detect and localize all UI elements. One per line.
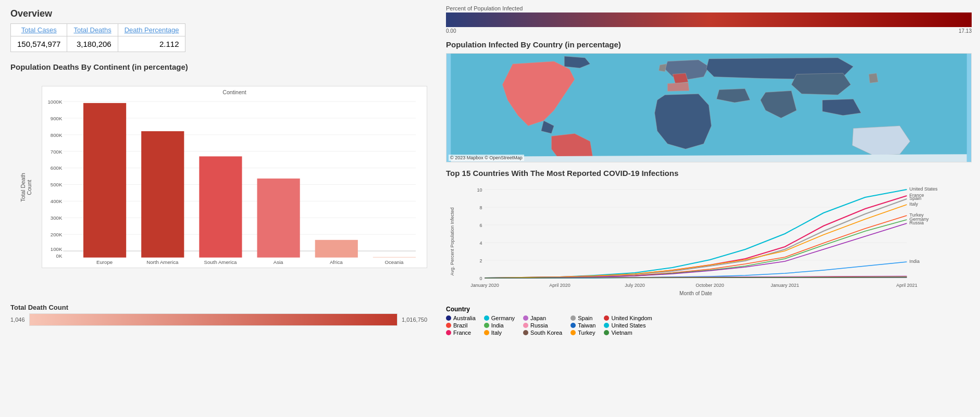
svg-text:300K: 300K — [51, 215, 63, 221]
death-count-label: Total Death Count — [10, 304, 427, 311]
svg-text:8: 8 — [479, 205, 482, 210]
legend-item: India — [484, 322, 515, 328]
percent-bar-label: Percent of Population Infected — [446, 5, 972, 11]
legend-item: Australia — [446, 315, 476, 321]
svg-text:October 2020: October 2020 — [696, 283, 724, 288]
death-count-bar-fill — [30, 314, 398, 325]
percent-bar-labels: 0.00 17.13 — [446, 28, 972, 34]
percent-max: 17.13 — [959, 28, 972, 34]
svg-text:0: 0 — [479, 276, 482, 281]
svg-text:United States: United States — [910, 186, 938, 192]
svg-text:Africa: Africa — [330, 259, 343, 265]
percent-bar-section: Percent of Population Infected 0.00 17.1… — [446, 5, 972, 34]
chart-area: Continent 1000K 900K 800K 700K — [42, 86, 427, 268]
death-count-bar-container: 1,046 1,016,750 — [10, 313, 427, 326]
svg-text:2: 2 — [479, 258, 482, 263]
legend-item: Brazil — [446, 322, 476, 328]
col-total-deaths[interactable]: Total Deaths — [67, 24, 118, 36]
map-section-title: Population Infected By Country (in perce… — [446, 40, 972, 49]
svg-text:400K: 400K — [51, 198, 63, 204]
world-map-svg — [446, 54, 971, 162]
right-panel: Percent of Population Infected 0.00 17.1… — [438, 0, 980, 417]
legend-group: Country AustraliaGermanyJapanSpainUnited… — [446, 306, 652, 336]
svg-text:Avg. Percent Population Infect: Avg. Percent Population Infected — [450, 208, 455, 276]
bar-oceania — [373, 257, 416, 258]
map-section: © 2023 Mapbox © OpenStreetMap — [446, 53, 972, 162]
svg-text:900K: 900K — [51, 116, 63, 121]
bar-north-america — [141, 131, 184, 258]
svg-text:200K: 200K — [51, 232, 63, 237]
svg-text:Spain: Spain — [910, 196, 922, 201]
bar-asia — [257, 179, 300, 258]
y-axis-label: Total Death Count — [20, 172, 32, 203]
val-total-deaths: 3,180,206 — [67, 36, 118, 52]
legend-item: Russia — [523, 322, 562, 328]
svg-text:Oceania: Oceania — [384, 259, 404, 265]
svg-text:800K: 800K — [51, 132, 63, 138]
svg-text:Russia: Russia — [910, 220, 924, 225]
death-count-max: 1,016,750 — [402, 317, 427, 323]
bar-south-america — [199, 156, 242, 257]
line-chart-title: Top 15 Countries With The Most Reported … — [446, 169, 972, 178]
svg-text:4: 4 — [479, 241, 482, 246]
overview-title: Overview — [10, 8, 427, 19]
svg-text:January 2020: January 2020 — [470, 283, 499, 288]
svg-text:North America: North America — [146, 259, 179, 265]
legend-item: United States — [604, 322, 652, 328]
svg-text:0K: 0K — [56, 253, 63, 259]
percent-bar-fill — [446, 12, 972, 27]
line-chart-container: Avg. Percent Population Infected 10 8 6 … — [446, 182, 972, 301]
legend-title: Country — [446, 306, 652, 313]
legend-item: South Korea — [523, 330, 562, 336]
bar-chart-title: Population Deaths By Continent (in perce… — [10, 62, 427, 71]
chart-x-title: Continent — [222, 89, 246, 95]
val-total-cases: 150,574,977 — [11, 36, 67, 52]
legend-item: Italy — [484, 330, 515, 336]
svg-text:July 2020: July 2020 — [625, 283, 645, 288]
col-total-cases[interactable]: Total Cases — [11, 24, 67, 36]
svg-text:100K: 100K — [51, 246, 63, 252]
col-death-percentage[interactable]: Death Percentage — [118, 24, 185, 36]
map-credit: © 2023 Mapbox © OpenStreetMap — [449, 155, 524, 161]
death-count-section: Total Death Count 1,046 1,016,750 — [10, 304, 427, 326]
svg-text:Asia: Asia — [274, 259, 283, 265]
svg-text:South America: South America — [204, 259, 237, 265]
svg-text:India: India — [910, 259, 920, 264]
legend-item: Japan — [523, 315, 562, 321]
percent-bar-wrapper — [446, 12, 972, 27]
val-death-percentage: 2.112 — [118, 36, 185, 52]
svg-text:April 2020: April 2020 — [549, 283, 570, 288]
svg-text:600K: 600K — [51, 165, 63, 171]
bar-chart-svg: Continent 1000K 900K 800K 700K — [42, 86, 427, 268]
legend-items: AustraliaGermanyJapanSpainUnited Kingdom… — [446, 315, 652, 336]
legend-item: Vietnam — [604, 330, 652, 336]
svg-text:April 2021: April 2021 — [896, 283, 917, 288]
bar-chart-container: Total Death Count Continent — [10, 75, 438, 299]
legend-item: Spain — [570, 315, 596, 321]
bar-africa — [315, 240, 358, 258]
legend-item: Germany — [484, 315, 515, 321]
svg-text:6: 6 — [479, 223, 482, 228]
legend-item: Taiwan — [570, 322, 596, 328]
percent-min: 0.00 — [446, 28, 456, 34]
death-count-bar-wrapper — [29, 313, 398, 326]
legend-item: Turkey — [570, 330, 596, 336]
stats-table: Total Cases Total Deaths Death Percentag… — [10, 23, 185, 52]
legend-item: United Kingdom — [604, 315, 652, 321]
left-panel: Overview Total Cases Total Deaths Death … — [0, 0, 438, 417]
svg-text:Italy: Italy — [910, 201, 919, 207]
bar-europe — [83, 103, 126, 258]
svg-text:1000K: 1000K — [47, 99, 62, 105]
map-container: © 2023 Mapbox © OpenStreetMap — [446, 53, 972, 162]
legend-item: France — [446, 330, 476, 336]
svg-text:Europe: Europe — [96, 259, 113, 265]
death-count-min: 1,046 — [10, 317, 25, 323]
svg-text:700K: 700K — [51, 149, 63, 155]
svg-text:500K: 500K — [51, 182, 63, 187]
line-chart-svg: Avg. Percent Population Infected 10 8 6 … — [446, 182, 972, 301]
svg-text:Month of Date: Month of Date — [679, 290, 712, 296]
legend-section: Country AustraliaGermanyJapanSpainUnited… — [446, 306, 972, 336]
svg-text:January 2021: January 2021 — [771, 283, 799, 288]
svg-text:10: 10 — [477, 187, 482, 193]
